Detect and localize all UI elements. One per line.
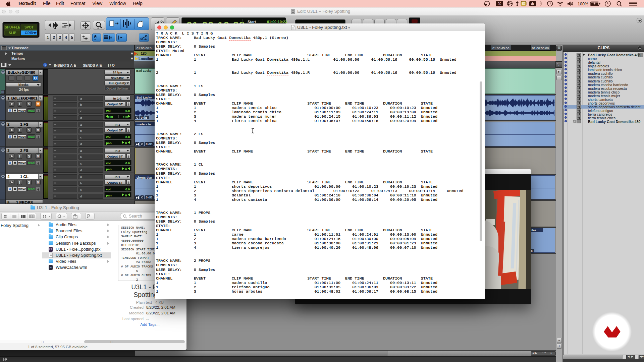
svg-text:100%: 100% (578, 2, 588, 6)
svg-text:⌘: ⌘ (498, 2, 501, 6)
svg-text:✱: ✱ (531, 1, 535, 6)
